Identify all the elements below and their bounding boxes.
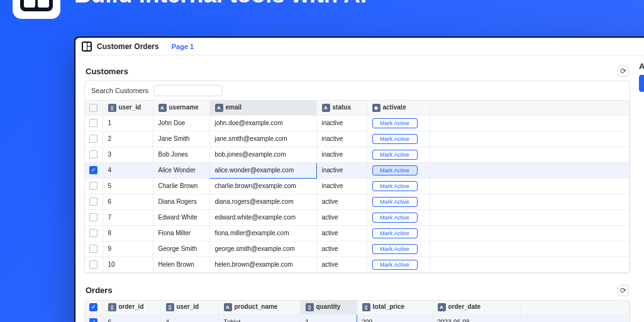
cell-total-price[interactable]: 200: [357, 315, 432, 323]
cell-user-id[interactable]: 4: [160, 315, 218, 323]
text-col-icon: A: [224, 303, 232, 311]
cell-email[interactable]: diana.rogers@example.com: [209, 194, 316, 209]
product-name-header[interactable]: product_name: [235, 303, 278, 310]
mark-active-button[interactable]: Mark Active: [372, 134, 418, 144]
table-row[interactable]: 8Fiona Millerfiona.miller@example.comact…: [85, 225, 630, 241]
row-checkbox[interactable]: [89, 245, 97, 253]
row-checkbox[interactable]: [89, 229, 97, 237]
mark-active-button[interactable]: Mark Active: [372, 260, 418, 270]
cell-username[interactable]: Jane Smith: [153, 131, 209, 147]
cell-user-id[interactable]: 1: [103, 115, 153, 131]
mark-active-button[interactable]: Mark Active: [372, 181, 418, 191]
row-checkbox[interactable]: [89, 182, 97, 190]
row-checkbox[interactable]: ✓: [89, 166, 97, 174]
order-date-header[interactable]: order_date: [448, 303, 481, 310]
cell-status[interactable]: inactive: [316, 178, 367, 194]
table-row[interactable]: 1John Doejohn.doe@example.cominactiveMar…: [85, 115, 630, 131]
cell-quantity[interactable]: 1: [300, 315, 357, 323]
cell-user-id[interactable]: 2: [103, 131, 153, 147]
order-user-id-header[interactable]: user_id: [177, 303, 199, 310]
cell-status[interactable]: inactive: [316, 115, 367, 131]
cell-status[interactable]: active: [316, 225, 367, 241]
mark-active-button[interactable]: Mark Active: [372, 228, 418, 238]
cell-username[interactable]: Fiona Miller: [153, 225, 209, 241]
cell-email[interactable]: charlie.brown@example.com: [209, 178, 316, 194]
mark-active-button[interactable]: Mark Active: [372, 197, 418, 207]
cell-email[interactable]: john.doe@example.com: [209, 115, 316, 131]
mark-active-button[interactable]: Mark Active: [372, 150, 418, 160]
mark-active-button[interactable]: Mark Active: [372, 213, 418, 223]
cell-username[interactable]: Bob Jones: [153, 147, 209, 162]
cell-username[interactable]: Alice Wonder: [153, 162, 209, 178]
cell-status[interactable]: inactive: [316, 131, 367, 147]
status-header[interactable]: status: [333, 104, 351, 111]
row-checkbox[interactable]: [89, 213, 97, 221]
cell-username[interactable]: Diana Rogers: [153, 194, 209, 209]
send-orders-button[interactable]: Send Orders: [639, 75, 644, 92]
total-price-header[interactable]: total_price: [373, 303, 405, 310]
mark-active-button[interactable]: Mark Active: [372, 165, 418, 175]
cell-email[interactable]: alice.wonder@example.com: [209, 162, 316, 178]
cell-status[interactable]: active: [316, 241, 367, 257]
table-row[interactable]: 7Edward Whiteedward.white@example.comact…: [85, 209, 630, 225]
search-input[interactable]: [153, 85, 223, 96]
row-checkbox[interactable]: [89, 260, 97, 269]
mark-active-button[interactable]: Mark Active: [372, 244, 418, 254]
cell-user-id[interactable]: 3: [103, 147, 153, 162]
cell-status[interactable]: active: [316, 257, 367, 272]
cell-user-id[interactable]: 10: [103, 257, 153, 272]
select-all-checkbox[interactable]: [89, 104, 97, 112]
cell-user-id[interactable]: 8: [103, 225, 153, 241]
cell-username[interactable]: Charlie Brown: [153, 178, 209, 194]
cell-order-date[interactable]: 2023-06-08: [432, 315, 520, 323]
activate-header[interactable]: activate: [383, 104, 406, 111]
row-checkbox[interactable]: [89, 150, 97, 158]
table-row[interactable]: 2Jane Smithjane.smith@example.cominactiv…: [85, 131, 630, 147]
cell-activate: Mark Active: [367, 209, 430, 225]
cell-email[interactable]: bob.jones@example.com: [209, 147, 316, 162]
page-link[interactable]: Page 1: [172, 43, 194, 50]
cell-user-id[interactable]: 9: [103, 241, 153, 257]
table-row[interactable]: 9George Smithgeorge.smith@example.comact…: [85, 241, 630, 257]
cell-email[interactable]: fiona.miller@example.com: [209, 225, 316, 241]
email-header[interactable]: email: [226, 104, 242, 111]
cell-status[interactable]: inactive: [316, 147, 367, 162]
cell-status[interactable]: inactive: [316, 162, 367, 178]
quantity-header[interactable]: quantity: [316, 303, 341, 310]
cell-email[interactable]: jane.smith@example.com: [209, 131, 316, 147]
cell-activate: Mark Active: [367, 225, 430, 241]
table-row[interactable]: ✓4Alice Wonderalice.wonder@example.comin…: [85, 162, 630, 178]
username-header[interactable]: username: [169, 104, 199, 111]
cell-status[interactable]: active: [316, 209, 367, 225]
table-row[interactable]: 6Diana Rogersdiana.rogers@example.comact…: [85, 194, 630, 209]
table-row[interactable]: 3Bob Jonesbob.jones@example.cominactiveM…: [85, 147, 630, 162]
cell-email[interactable]: helen.brown@example.com: [209, 257, 316, 272]
table-row[interactable]: 10Helen Brownhelen.brown@example.comacti…: [85, 257, 630, 272]
table-row[interactable]: ✓64Tablet12002023-06-08: [85, 315, 630, 323]
refresh-customers-button[interactable]: ⟳: [618, 65, 629, 77]
cell-user-id[interactable]: 6: [103, 194, 153, 209]
cell-product-name[interactable]: Tablet: [218, 315, 300, 323]
cell-username[interactable]: Edward White: [153, 209, 209, 225]
user-id-header[interactable]: user_id: [119, 104, 142, 111]
cell-email[interactable]: george.smith@example.com: [209, 241, 316, 257]
cell-username[interactable]: John Doe: [153, 115, 209, 131]
cell-user-id[interactable]: 5: [103, 178, 153, 194]
cell-user-id[interactable]: 4: [103, 162, 153, 178]
row-checkbox[interactable]: [89, 119, 97, 127]
cell-username[interactable]: George Smith: [153, 241, 209, 257]
cell-status[interactable]: active: [316, 194, 367, 209]
table-row[interactable]: 5Charlie Browncharlie.brown@example.comi…: [85, 178, 630, 194]
row-checkbox[interactable]: ✓: [89, 318, 97, 323]
cell-order-id[interactable]: 6: [103, 315, 160, 323]
mark-active-button[interactable]: Mark Active: [372, 118, 418, 128]
refresh-orders-button[interactable]: ⟳: [618, 285, 629, 296]
row-checkbox[interactable]: [89, 135, 97, 143]
cell-email[interactable]: edward.white@example.com: [209, 209, 316, 225]
select-all-orders-checkbox[interactable]: ✓: [89, 303, 97, 311]
cell-user-id[interactable]: 7: [103, 209, 153, 225]
order-id-header[interactable]: order_id: [119, 303, 144, 310]
cell-username[interactable]: Helen Brown: [153, 257, 209, 272]
row-checkbox[interactable]: [89, 197, 97, 206]
id-col-icon: ▯: [166, 303, 174, 311]
